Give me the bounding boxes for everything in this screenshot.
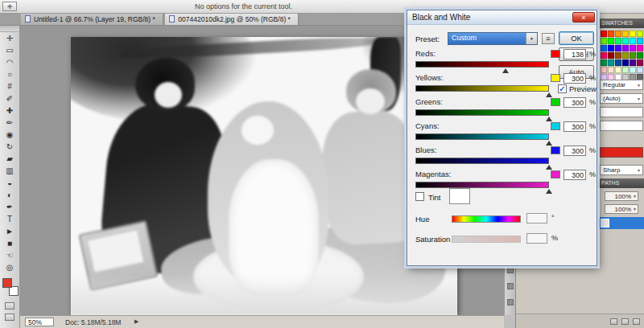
document-tab-image[interactable]: 007442010dk2.jpg @ 50% (RGB/8) * — [165, 14, 299, 25]
eraser-tool[interactable]: ▰ — [0, 153, 19, 165]
color-swatch[interactable] — [630, 38, 636, 44]
color-swatch[interactable] — [622, 45, 629, 51]
rectangle-tool[interactable]: ■ — [0, 237, 19, 249]
hand-tool[interactable]: ☜ — [0, 249, 19, 261]
tint-color-swatch[interactable] — [449, 188, 470, 204]
color-swatch[interactable] — [630, 59, 636, 66]
channel-slider-track[interactable] — [415, 133, 549, 140]
channel-value-input[interactable]: 300 — [564, 73, 586, 84]
canvas-artwork[interactable] — [71, 37, 457, 315]
ok-button[interactable]: OK — [559, 31, 594, 45]
color-swatch[interactable] — [622, 38, 629, 44]
lasso-tool[interactable]: ◠ — [0, 56, 19, 68]
color-swatch[interactable] — [637, 67, 643, 73]
saturation-value-input[interactable] — [526, 233, 547, 244]
trash-icon[interactable] — [633, 318, 640, 325]
layer-opacity-field[interactable]: 100%▼ — [605, 191, 638, 201]
character-field[interactable] — [600, 107, 643, 117]
text-color-swatch[interactable] — [600, 147, 643, 158]
zoom-level-field[interactable]: 50% — [25, 318, 54, 326]
leading-dropdown[interactable]: ▼(Auto) — [600, 93, 643, 104]
font-style-dropdown[interactable]: ▼Regular — [600, 80, 643, 90]
color-swatch[interactable] — [608, 38, 614, 44]
toolbox-grip[interactable] — [0, 26, 19, 32]
color-swatch[interactable] — [615, 38, 621, 44]
color-swatch[interactable] — [622, 31, 629, 37]
color-swatch[interactable] — [601, 45, 607, 51]
color-swatch[interactable] — [630, 31, 636, 37]
channel-value-input[interactable]: 300 — [564, 121, 586, 132]
anti-alias-dropdown[interactable]: ▼Sharp — [600, 165, 643, 175]
crop-tool[interactable]: # — [0, 80, 19, 92]
hue-value-input[interactable] — [526, 213, 547, 223]
saturation-slider[interactable] — [452, 236, 521, 243]
color-swatch[interactable] — [615, 59, 621, 66]
color-swatch[interactable] — [615, 52, 621, 59]
color-swatch[interactable] — [608, 45, 614, 51]
color-swatch[interactable] — [615, 45, 621, 51]
color-swatch[interactable] — [601, 31, 607, 37]
preset-dropdown[interactable]: Custom ▼ — [448, 32, 538, 45]
channel-value-input[interactable]: 300 — [564, 170, 586, 180]
zoom-tool[interactable]: ◎ — [0, 261, 19, 273]
folder-icon[interactable] — [621, 318, 629, 325]
channel-slider-track[interactable] — [415, 109, 549, 116]
color-swatch[interactable] — [637, 45, 643, 51]
channel-value-input[interactable]: 300 — [564, 146, 586, 156]
dock-panel-icon[interactable] — [507, 299, 514, 305]
channel-slider-track[interactable] — [415, 158, 549, 164]
channel-slider-track[interactable] — [415, 61, 549, 68]
color-swatch[interactable] — [637, 38, 643, 44]
color-swatch[interactable] — [637, 31, 643, 37]
quick-mask-button[interactable] — [5, 302, 14, 310]
color-swatch[interactable] — [601, 52, 607, 59]
hue-slider[interactable] — [452, 215, 521, 223]
color-swatch[interactable] — [608, 67, 614, 73]
color-swatch[interactable] — [622, 52, 629, 59]
tint-checkbox[interactable] — [415, 192, 424, 201]
preset-menu-icon[interactable]: ≡ — [542, 33, 555, 44]
color-swatch[interactable] — [608, 31, 614, 37]
channel-value-input[interactable]: 138 — [564, 49, 586, 59]
selected-layer-row[interactable] — [598, 217, 644, 229]
blur-tool[interactable]: ◒ — [0, 177, 19, 189]
dodge-tool[interactable]: ◐ — [0, 189, 19, 201]
color-swatch[interactable] — [601, 38, 607, 44]
pen-tool[interactable]: ✒ — [0, 201, 19, 213]
dialog-title-bar[interactable]: Black and White × — [407, 10, 597, 25]
color-swatch[interactable] — [615, 67, 621, 73]
path-selection-tool[interactable]: ► — [0, 225, 19, 237]
channel-slider-track[interactable] — [415, 85, 549, 92]
new-layer-icon[interactable] — [610, 318, 617, 325]
document-tab-untitled[interactable]: Untitled-1 @ 66.7% (Layer 19, RGB/8) * — [21, 14, 163, 25]
color-swatch[interactable] — [622, 67, 629, 73]
color-swatch[interactable] — [622, 59, 629, 66]
history-brush-tool[interactable]: ↻ — [0, 141, 19, 153]
color-swatch[interactable] — [630, 45, 636, 51]
spot-healing-brush-tool[interactable]: ✚ — [0, 105, 19, 117]
rectangular-marquee-tool[interactable]: ▭ — [0, 44, 19, 56]
move-tool[interactable]: ✛ — [0, 32, 19, 44]
layer-fill-field[interactable]: 100%▼ — [605, 204, 638, 214]
screen-mode-button[interactable] — [5, 314, 14, 321]
color-swatch[interactable] — [630, 52, 636, 59]
clone-stamp-tool[interactable]: ◉ — [0, 129, 19, 141]
color-swatch[interactable] — [601, 67, 607, 73]
channel-slider-thumb[interactable] — [546, 189, 552, 194]
color-swatch[interactable] — [601, 59, 607, 66]
brush-tool[interactable]: ✏ — [0, 117, 19, 129]
horizontal-type-tool[interactable]: T — [0, 213, 19, 225]
color-swatch[interactable] — [608, 52, 614, 59]
gradient-tool[interactable]: ▥ — [0, 165, 19, 177]
dock-panel-icon[interactable] — [507, 283, 514, 289]
channel-slider-track[interactable] — [415, 182, 549, 188]
eyedropper-tool[interactable]: ✐ — [0, 92, 19, 105]
color-swatch[interactable] — [637, 52, 643, 59]
channel-value-input[interactable]: 300 — [564, 97, 586, 108]
dock-panel-icon[interactable] — [507, 267, 514, 273]
color-swatch[interactable] — [637, 59, 643, 66]
close-icon[interactable]: × — [572, 12, 595, 23]
status-menu-icon[interactable]: ▶ — [134, 318, 138, 325]
color-swatch[interactable] — [615, 31, 621, 37]
character-field[interactable] — [600, 121, 643, 131]
